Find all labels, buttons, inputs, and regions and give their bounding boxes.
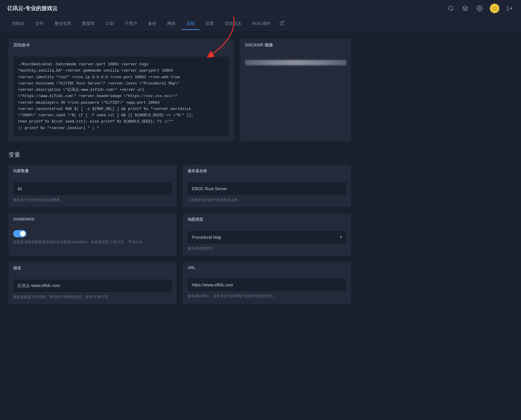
search-icon[interactable] — [447, 4, 455, 13]
svg-line-1 — [452, 9, 453, 10]
top-grid: 启动命令 ./RustDedicated -batchmode +server.… — [8, 39, 351, 141]
nav-item-subuser[interactable]: 子用户 — [120, 17, 142, 30]
map-type-desc: 服务器地图类型 — [188, 246, 346, 251]
map-type-body: Procedural Map Barren HapisIsland SavasI… — [183, 226, 351, 256]
map-type-select-wrapper: Procedural Map Barren HapisIsland SavasI… — [188, 231, 346, 244]
settings-icon[interactable] — [475, 4, 484, 13]
oxidemod-toggle[interactable] — [13, 230, 26, 237]
command-card: 启动命令 ./RustDedicated -batchmode +server.… — [8, 39, 234, 141]
docker-title: DOCKER 镜像 — [240, 39, 351, 52]
var-player-count: 玩家数量 服务器中允许的在线玩家数量。 — [8, 165, 177, 207]
user-avatar[interactable]: 😊 — [490, 4, 499, 13]
external-link-icon[interactable] — [277, 17, 287, 30]
player-count-body: 服务器中允许的在线玩家数量。 — [8, 178, 177, 207]
vars-row-1: 玩家数量 服务器中允许的在线玩家数量。 服务器名称 公共服务器列表中的服务器名称… — [8, 165, 351, 207]
nav-item-backup[interactable]: 备份 — [143, 17, 161, 30]
var-description: 描述 服务器标题下的说明。通常用于规则和信息。使用 \n 换行符。 — [8, 262, 177, 304]
nav-item-network[interactable]: 网络 — [162, 17, 180, 30]
command-text[interactable]: ./RustDedicated -batchmode +server.port … — [13, 57, 229, 136]
url-title: URL — [183, 262, 351, 274]
var-map-type: 地图类型 Procedural Map Barren HapisIsland S… — [183, 213, 351, 256]
svg-point-0 — [449, 6, 453, 10]
vars-row-2: OXIDEMOD 设置是否希望服务器使用和自动更新OxideMod，有效选项是"… — [8, 213, 351, 256]
player-count-desc: 服务器中允许的在线玩家数量。 — [13, 197, 172, 203]
nav-item-database[interactable]: 数据库 — [77, 17, 99, 30]
nav-item-rust-plugin[interactable]: Rust 插件 — [247, 17, 275, 30]
map-type-select[interactable]: Procedural Map Barren HapisIsland SavasI… — [188, 231, 346, 244]
toggle-wrapper — [13, 230, 172, 237]
nav-item-activity[interactable]: 活动日志 — [220, 17, 246, 30]
docker-body — [240, 52, 351, 73]
command-title: 启动命令 — [8, 39, 234, 52]
description-body: 服务器标题下的说明。通常用于规则和信息。使用 \n 换行符。 — [8, 275, 177, 304]
docker-image-value[interactable] — [245, 60, 346, 65]
var-url: URL 服务器的网址。这是单击"访问网站"按钮时出现的情况。 — [183, 262, 351, 304]
variables-section-title: 变量 — [8, 151, 351, 159]
nav-item-files[interactable]: 文件 — [31, 17, 49, 30]
description-desc: 服务器标题下的说明。通常用于规则和信息。使用 \n 换行符。 — [13, 294, 172, 300]
url-desc: 服务器的网址。这是单击"访问网站"按钮时出现的情况。 — [188, 294, 346, 299]
oxidemod-body: 设置是否希望服务器使用和自动更新OxideMod，有效选项是"1"表示开，"0"… — [8, 225, 177, 250]
layers-icon[interactable] — [461, 4, 469, 13]
main-content: 启动命令 ./RustDedicated -batchmode +server.… — [0, 31, 360, 319]
docker-card: DOCKER 镜像 — [240, 39, 351, 141]
svg-marker-2 — [463, 6, 468, 8]
svg-line-5 — [281, 21, 283, 23]
var-oxidemod: OXIDEMOD 设置是否希望服务器使用和自动更新OxideMod，有效选项是"… — [8, 213, 177, 256]
nav-item-startup[interactable]: 启动 — [182, 17, 200, 30]
nav-item-schedule[interactable]: 计划 — [101, 17, 119, 30]
command-body: ./RustDedicated -batchmode +server.port … — [8, 52, 234, 141]
server-name-title: 服务器名称 — [183, 165, 351, 178]
logout-icon[interactable] — [505, 4, 514, 13]
description-title: 描述 — [8, 262, 177, 275]
server-name-desc: 公共服务器列表中的服务器名称。 — [188, 197, 346, 203]
description-input[interactable] — [13, 280, 172, 292]
nav-item-modpack[interactable]: 整合包库 — [50, 17, 76, 30]
nav-item-settings[interactable]: 设置 — [201, 17, 219, 30]
oxidemod-title: OXIDEMOD — [8, 213, 177, 225]
player-count-title: 玩家数量 — [8, 165, 177, 178]
server-name-body: 公共服务器列表中的服务器名称。 — [183, 178, 351, 207]
url-body: 服务器的网址。这是单击"访问网站"按钮时出现的情况。 — [183, 274, 351, 303]
brand-logo: 亿讯云-专业的游戏云 — [7, 5, 447, 12]
topbar-icons: 😊 — [447, 4, 514, 13]
nav-item-console[interactable]: 控制台 — [7, 17, 29, 30]
svg-point-3 — [479, 7, 481, 9]
map-type-title: 地图类型 — [183, 213, 351, 226]
var-server-name: 服务器名称 公共服务器列表中的服务器名称。 — [183, 165, 351, 207]
url-input[interactable] — [188, 279, 346, 291]
server-name-input[interactable] — [188, 182, 346, 195]
player-count-input[interactable] — [13, 182, 172, 195]
oxidemod-desc: 设置是否希望服务器使用和自动更新OxideMod，有效选项是"1"表示开，"0"… — [13, 240, 172, 245]
vars-row-3: 描述 服务器标题下的说明。通常用于规则和信息。使用 \n 换行符。 URL 服务… — [8, 262, 351, 304]
topbar: 亿讯云-专业的游戏云 😊 — [0, 0, 521, 17]
navbar: 控制台 文件 整合包库 数据库 计划 子用户 备份 网络 启动 设置 活动日志 … — [0, 17, 521, 31]
toggle-knob — [20, 231, 25, 236]
